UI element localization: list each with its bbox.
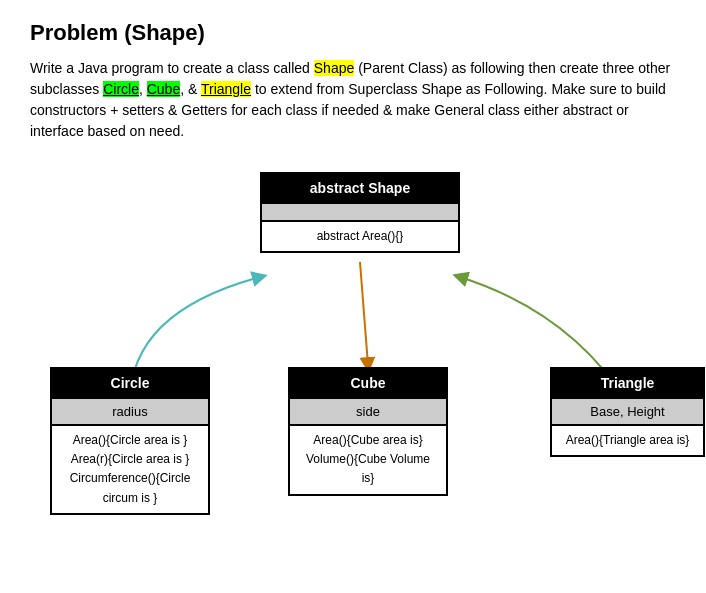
- shape-class-section: [262, 202, 458, 220]
- triangle-method-1: Area(){Triangle area is}: [560, 431, 695, 450]
- circle-class-section: radius: [52, 397, 208, 424]
- description: Write a Java program to create a class c…: [30, 58, 676, 142]
- svg-line-0: [360, 262, 368, 365]
- cube-class-methods: Area(){Cube area is} Volume(){Cube Volum…: [290, 424, 446, 494]
- triangle-class-section: Base, Height: [552, 397, 703, 424]
- triangle-highlight: Triangle: [201, 81, 251, 97]
- cube-method-2: Volume(){Cube Volume is}: [298, 450, 438, 488]
- uml-diagram: abstract Shape abstract Area(){} Circle …: [30, 172, 676, 542]
- shape-class-methods: abstract Area(){}: [262, 220, 458, 251]
- page-title: Problem (Shape): [30, 20, 676, 46]
- cube-class-header: Cube: [290, 369, 446, 397]
- circle-class-header: Circle: [52, 369, 208, 397]
- cube-class-box: Cube side Area(){Cube area is} Volume(){…: [288, 367, 448, 496]
- triangle-class-box: Triangle Base, Height Area(){Triangle ar…: [550, 367, 705, 457]
- triangle-class-methods: Area(){Triangle area is}: [552, 424, 703, 455]
- circle-class-methods: Area(){Circle area is } Area(r){Circle a…: [52, 424, 208, 513]
- cube-class-section: side: [290, 397, 446, 424]
- shape-class-box: abstract Shape abstract Area(){}: [260, 172, 460, 253]
- circle-method-1: Area(){Circle area is }: [60, 431, 200, 450]
- shape-class-header: abstract Shape: [262, 174, 458, 202]
- circle-highlight: Circle: [103, 81, 139, 97]
- circle-method-3: Circumference(){Circle circum is }: [60, 469, 200, 507]
- triangle-class-header: Triangle: [552, 369, 703, 397]
- cube-method-1: Area(){Cube area is}: [298, 431, 438, 450]
- cube-highlight: Cube: [147, 81, 180, 97]
- circle-method-2: Area(r){Circle area is }: [60, 450, 200, 469]
- shape-highlight: Shape: [314, 60, 354, 76]
- circle-class-box: Circle radius Area(){Circle area is } Ar…: [50, 367, 210, 515]
